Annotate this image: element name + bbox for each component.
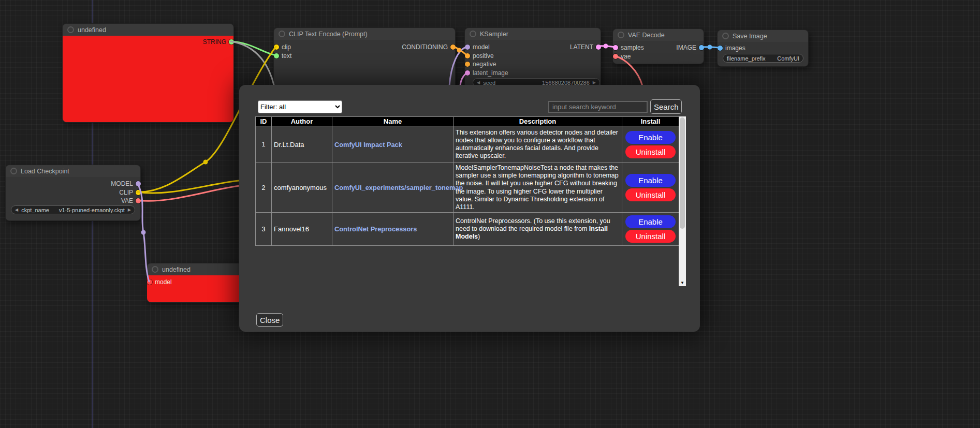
- output-slot-string[interactable]: STRING: [203, 39, 234, 45]
- custom-nodes-dialog: Filter: all Search ID Author Name Descri…: [239, 85, 700, 332]
- description-text: ): [478, 233, 480, 240]
- collapse-dot-icon[interactable]: [722, 33, 729, 39]
- extension-link[interactable]: ControlNet Preprocessors: [334, 225, 417, 233]
- input-slot-images[interactable]: images: [718, 45, 745, 51]
- close-button[interactable]: Close: [256, 313, 283, 327]
- enable-button[interactable]: Enable: [625, 215, 676, 228]
- node-vae-decode[interactable]: VAE Decode samples vae IMAGE: [612, 28, 704, 64]
- cell-install: Enable Uninstall: [622, 126, 679, 163]
- node-save-image[interactable]: Save Image images filename_prefix ComfyU…: [717, 29, 809, 67]
- input-slot-positive[interactable]: positive: [465, 53, 494, 58]
- slot-label: images: [725, 45, 745, 52]
- enable-button[interactable]: Enable: [625, 174, 676, 187]
- output-slot-clip[interactable]: CLIP: [119, 189, 141, 195]
- table-header-row: ID Author Name Description Install: [256, 117, 679, 126]
- extension-link[interactable]: ComfyUI Impact Pack: [334, 141, 402, 149]
- description-text: ModelSamplerTonemapNoiseTest a node that…: [456, 164, 619, 211]
- node-header[interactable]: Save Image: [718, 30, 808, 42]
- negative-input-dot[interactable]: [465, 62, 470, 67]
- node-header[interactable]: CLIP Text Encode (Prompt): [274, 28, 455, 40]
- input-slot-model[interactable]: model: [465, 44, 490, 50]
- collapse-dot-icon[interactable]: [152, 266, 158, 273]
- wire-dot-image: [708, 45, 712, 50]
- image-output-dot[interactable]: [699, 45, 704, 50]
- output-slot-conditioning[interactable]: CONDITIONING: [402, 44, 456, 50]
- search-input[interactable]: [548, 101, 648, 113]
- node-header[interactable]: VAE Decode: [613, 29, 704, 41]
- latent-output-dot[interactable]: [596, 45, 601, 50]
- clip-input-dot[interactable]: [274, 45, 279, 50]
- scroll-down-icon[interactable]: ▼: [679, 279, 686, 286]
- node-undefined-top[interactable]: undefined STRING: [62, 23, 234, 123]
- search-button[interactable]: Search: [650, 99, 682, 114]
- input-slot-negative[interactable]: negative: [465, 61, 496, 67]
- conditioning-output-dot[interactable]: [450, 45, 456, 50]
- collapse-dot-icon[interactable]: [10, 168, 17, 174]
- string-output-dot[interactable]: [229, 39, 234, 45]
- collapse-dot-icon[interactable]: [279, 31, 285, 37]
- text-input-dot[interactable]: [274, 53, 279, 58]
- wire-vae-stub: [137, 185, 244, 201]
- model-output-dot[interactable]: [136, 181, 141, 186]
- scrollbar-thumb[interactable]: [680, 117, 685, 229]
- slot-label: MODEL: [111, 180, 133, 187]
- output-slot-model[interactable]: MODEL: [111, 181, 141, 186]
- input-slot-text[interactable]: text: [274, 53, 291, 58]
- slot-label: negative: [473, 61, 496, 68]
- node-header[interactable]: KSampler: [465, 28, 601, 40]
- filename-prefix-widget[interactable]: filename_prefix ComfyUI: [723, 54, 803, 63]
- next-arrow-icon[interactable]: ▶: [128, 208, 131, 212]
- slot-label: STRING: [203, 38, 226, 46]
- enable-button[interactable]: Enable: [625, 131, 676, 144]
- vae-output-dot[interactable]: [136, 198, 141, 203]
- cell-id: 2: [256, 163, 272, 213]
- input-slot-latent-image[interactable]: latent_image: [465, 70, 508, 76]
- input-slot-clip[interactable]: clip: [274, 44, 291, 50]
- slot-label: VAE: [121, 197, 133, 204]
- node-load-checkpoint[interactable]: Load Checkpoint MODEL CLIP VAE ◀ ckpt_na…: [5, 165, 141, 221]
- node-header[interactable]: undefined: [63, 24, 233, 36]
- output-slot-latent[interactable]: LATENT: [570, 44, 601, 50]
- extension-link[interactable]: ComfyUI_experiments/sampler_tonemap: [334, 184, 463, 191]
- input-slot-model[interactable]: model: [147, 279, 172, 285]
- node-title: Load Checkpoint: [21, 168, 69, 175]
- decrement-arrow-icon[interactable]: ◀: [477, 81, 480, 85]
- model-input-dot[interactable]: [465, 45, 470, 50]
- collapse-dot-icon[interactable]: [618, 32, 624, 38]
- node-header[interactable]: Load Checkpoint: [6, 165, 140, 177]
- table-row: 3 Fannovel16 ControlNet Preprocessors Co…: [256, 213, 679, 246]
- node-ksampler[interactable]: KSampler model positive negative latent_…: [464, 27, 601, 91]
- collapse-dot-icon[interactable]: [67, 26, 74, 33]
- filter-select[interactable]: Filter: all: [258, 100, 342, 113]
- model-input-dot[interactable]: [147, 279, 152, 285]
- slot-label: positive: [473, 52, 494, 60]
- node-title: undefined: [78, 26, 106, 34]
- ckpt-name-widget[interactable]: ◀ ckpt_name v1-5-pruned-emaonly.ckpt ▶: [11, 205, 135, 214]
- output-slot-vae[interactable]: VAE: [121, 198, 141, 203]
- input-slot-samples[interactable]: samples: [613, 45, 644, 50]
- uninstall-button[interactable]: Uninstall: [625, 188, 676, 201]
- uninstall-button[interactable]: Uninstall: [625, 145, 676, 158]
- slot-label: model: [155, 278, 172, 286]
- latent-image-input-dot[interactable]: [465, 70, 470, 76]
- widget-value: v1-5-pruned-emaonly.ckpt: [59, 207, 125, 213]
- uninstall-button[interactable]: Uninstall: [625, 230, 676, 243]
- previous-arrow-icon[interactable]: ◀: [15, 208, 18, 212]
- node-graph-canvas[interactable]: undefined STRING CLIP Text Encode (Promp…: [0, 0, 980, 428]
- input-slot-vae[interactable]: vae: [613, 53, 631, 59]
- positive-input-dot[interactable]: [465, 53, 470, 58]
- images-input-dot[interactable]: [718, 46, 723, 51]
- cell-install: Enable Uninstall: [622, 163, 679, 213]
- collapse-dot-icon[interactable]: [470, 31, 476, 37]
- table-scrollbar[interactable]: ▼: [679, 116, 686, 286]
- slot-label: LATENT: [570, 43, 593, 51]
- table-scroll-area[interactable]: ID Author Name Description Install 1 Dr.…: [255, 116, 686, 286]
- vae-input-dot[interactable]: [613, 54, 618, 59]
- samples-input-dot[interactable]: [613, 45, 618, 50]
- col-header-description: Description: [454, 117, 622, 126]
- increment-arrow-icon[interactable]: ▶: [593, 81, 596, 85]
- clip-output-dot[interactable]: [136, 190, 141, 195]
- output-slot-image[interactable]: IMAGE: [676, 45, 704, 50]
- cell-name: ComfyUI_experiments/sampler_tonemap: [332, 163, 454, 213]
- cell-name: ControlNet Preprocessors: [332, 213, 454, 246]
